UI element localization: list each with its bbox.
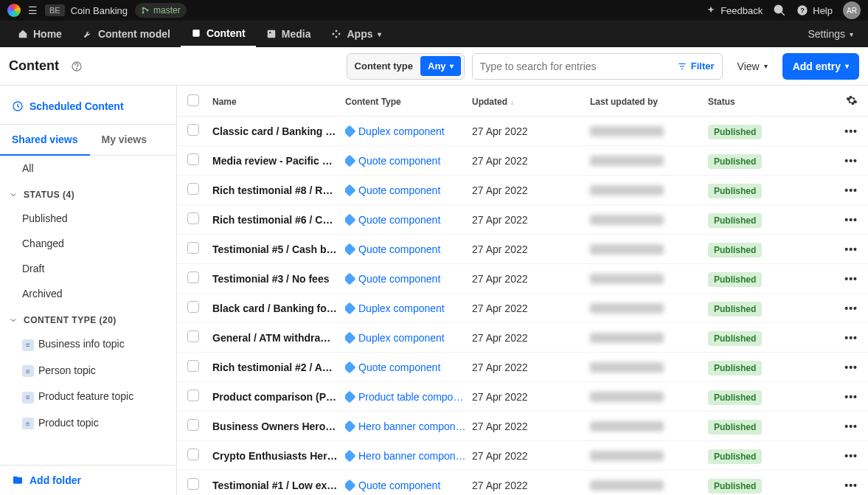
menu-icon[interactable]: ☰ [28, 4, 38, 16]
add-entry-button[interactable]: Add entry▾ [782, 53, 859, 80]
help-link[interactable]: ? Help [796, 4, 833, 16]
table-row[interactable]: Crypto Enthusiasts Hero (p1…Hero banner … [177, 441, 868, 471]
table-row[interactable]: General / ATM withdrawalsDuplex componen… [177, 323, 868, 353]
row-checkbox[interactable] [187, 271, 199, 283]
nav-content[interactable]: Content [181, 21, 256, 47]
entry-content-type: Quote component [345, 480, 472, 491]
table-row[interactable]: Rich testimonial #6 / Custo…Quote compon… [177, 205, 868, 235]
sidebar-item-content-type[interactable]: ≡Product feature topic [0, 384, 176, 410]
row-actions-button[interactable]: ••• [828, 302, 858, 314]
entry-user [590, 333, 708, 343]
entry-name: Classic card / Banking for st… [212, 125, 345, 137]
row-checkbox[interactable] [187, 242, 199, 254]
org-badge[interactable]: BE [45, 4, 65, 16]
branch-pill[interactable]: master [135, 3, 187, 18]
nav-settings[interactable]: Settings▾ [808, 28, 861, 40]
chevron-down-icon: ▾ [378, 30, 381, 38]
row-actions-button[interactable]: ••• [828, 243, 858, 255]
row-actions-button[interactable]: ••• [828, 420, 858, 432]
col-last-updated-by[interactable]: Last updated by [590, 97, 708, 107]
table-row[interactable]: Testimonial #5 / Cash backsQuote compone… [177, 235, 868, 264]
row-actions-button[interactable]: ••• [828, 480, 858, 491]
sidebar-item-all[interactable]: All [0, 156, 176, 181]
entry-user [590, 244, 708, 255]
nav-apps[interactable]: Apps▾ [321, 21, 392, 47]
row-actions-button[interactable]: ••• [828, 391, 858, 403]
table-row[interactable]: Rich testimonial #8 / Real-ti…Quote comp… [177, 176, 868, 205]
col-updated[interactable]: Updated↓ [472, 97, 590, 107]
table-row[interactable]: Testimonial #3 / No feesQuote component2… [177, 264, 868, 294]
sidebar-item-status[interactable]: Changed [0, 231, 176, 256]
add-folder-button[interactable]: Add folder [0, 465, 176, 495]
entry-user [590, 480, 708, 491]
search-input[interactable] [480, 60, 677, 72]
row-actions-button[interactable]: ••• [828, 332, 858, 344]
help-circle-icon[interactable] [71, 60, 83, 72]
row-checkbox[interactable] [187, 124, 199, 136]
content-type-value-pill[interactable]: Any▾ [420, 56, 461, 76]
content-type-filter[interactable]: Content type Any▾ [347, 53, 465, 80]
tab-my-views[interactable]: My views [90, 125, 159, 155]
nav-home[interactable]: Home [7, 21, 72, 47]
sidebar-item-content-type[interactable]: ≡Product topic [0, 410, 176, 437]
row-checkbox[interactable] [187, 330, 199, 342]
row-checkbox[interactable] [187, 183, 199, 195]
content-toolbar: Content Content type Any▾ Filter View▾ A… [0, 47, 868, 86]
entries-icon [191, 28, 201, 38]
row-checkbox[interactable] [187, 449, 199, 460]
avatar[interactable]: AR [843, 1, 861, 19]
row-checkbox[interactable] [187, 360, 199, 372]
table-row[interactable]: Media review - Pacific TimesQuote compon… [177, 146, 868, 176]
row-actions-button[interactable]: ••• [828, 214, 858, 226]
nav-media[interactable]: Media [256, 21, 322, 47]
clock-icon [12, 100, 24, 112]
entry-updated: 27 Apr 2022 [472, 420, 590, 432]
row-actions-button[interactable]: ••• [828, 273, 858, 285]
tab-shared-views[interactable]: Shared views [0, 125, 90, 156]
table-row[interactable]: Classic card / Banking for st…Duplex com… [177, 117, 868, 146]
sidebar-group-status[interactable]: STATUS (4) [0, 181, 176, 206]
table-row[interactable]: Product comparison (Pricin…Product table… [177, 382, 868, 412]
table-row[interactable]: Rich testimonial #2 / Accou…Quote compon… [177, 353, 868, 382]
entry-status: Published [708, 243, 819, 255]
entry-content-type: Quote component [345, 155, 472, 167]
sidebar-item-status[interactable]: Published [0, 206, 176, 231]
entry-updated: 27 Apr 2022 [472, 243, 590, 255]
search-box[interactable]: Filter [472, 53, 723, 80]
col-content-type[interactable]: Content Type [345, 97, 472, 107]
row-checkbox[interactable] [187, 212, 199, 224]
org-name[interactable]: Coin Banking [71, 5, 128, 16]
row-checkbox[interactable] [187, 153, 199, 165]
row-actions-button[interactable]: ••• [828, 361, 858, 373]
row-actions-button[interactable]: ••• [828, 155, 858, 167]
table-row[interactable]: Black card / Banking for trav…Duplex com… [177, 294, 868, 323]
search-icon[interactable] [773, 4, 786, 17]
col-name[interactable]: Name [212, 97, 345, 107]
sidebar-group-content-type[interactable]: CONTENT TYPE (20) [0, 306, 176, 331]
row-checkbox[interactable] [187, 390, 199, 401]
sidebar-item-status[interactable]: Draft [0, 256, 176, 281]
row-actions-button[interactable]: ••• [828, 450, 858, 462]
scheduled-content-link[interactable]: Scheduled Content [0, 96, 176, 124]
col-status[interactable]: Status [708, 97, 819, 107]
row-actions-button[interactable]: ••• [828, 184, 858, 196]
table-row[interactable]: Business Owners Hero (p13n)Hero banner c… [177, 412, 868, 441]
row-checkbox[interactable] [187, 419, 199, 431]
row-checkbox[interactable] [187, 478, 199, 490]
sidebar-item-content-type[interactable]: ≡Person topic [0, 358, 176, 384]
column-settings-button[interactable] [828, 94, 858, 108]
feedback-link[interactable]: Feedback [706, 5, 763, 16]
select-all-checkbox[interactable] [187, 94, 199, 106]
filter-button[interactable]: Filter [677, 60, 715, 72]
app-logo-icon[interactable] [7, 4, 21, 17]
entry-status: Published [708, 273, 819, 285]
sidebar-item-status[interactable]: Archived [0, 281, 176, 306]
row-checkbox[interactable] [187, 301, 199, 313]
sidebar-item-content-type[interactable]: ≡Business info topic [0, 331, 176, 358]
table-row[interactable]: Testimonial #1 / Low exchan…Quote compon… [177, 471, 868, 495]
nav-content-model[interactable]: Content model [72, 21, 181, 47]
entry-user [590, 392, 708, 402]
component-icon [345, 420, 355, 432]
row-actions-button[interactable]: ••• [828, 125, 858, 137]
view-button[interactable]: View▾ [730, 53, 775, 80]
